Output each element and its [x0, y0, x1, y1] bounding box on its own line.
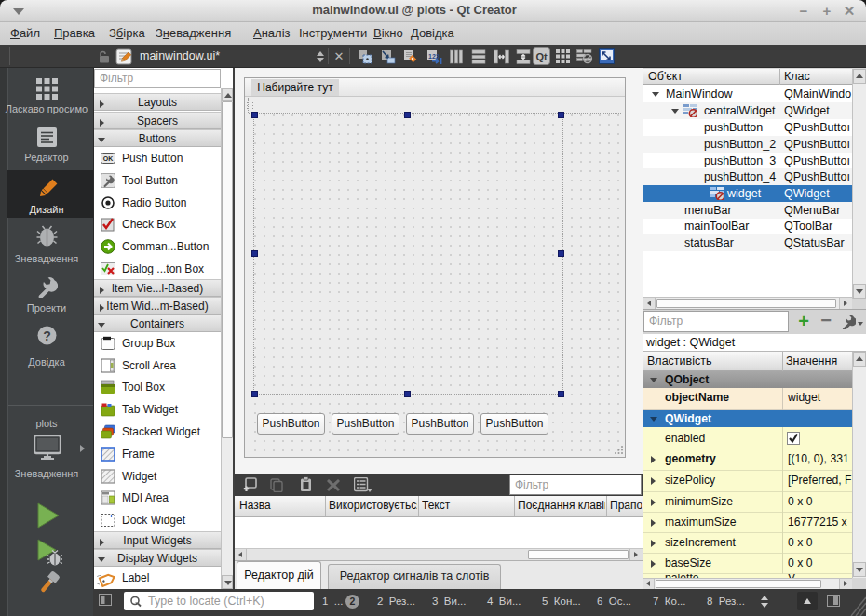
svg-text:?: ?	[43, 328, 51, 343]
svg-text:Qt: Qt	[535, 51, 548, 62]
svg-text:OK: OK	[103, 155, 114, 162]
svg-text:123: 123	[428, 53, 440, 60]
